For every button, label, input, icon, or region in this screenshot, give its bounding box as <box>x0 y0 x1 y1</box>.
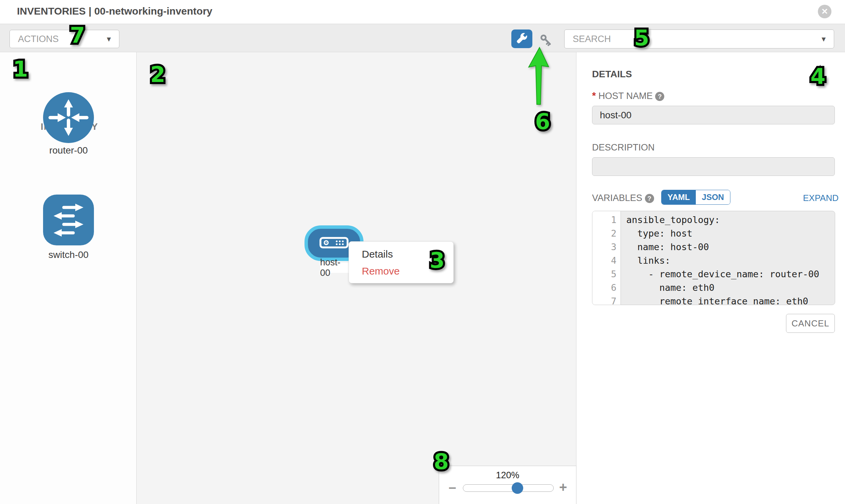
zoom-out-button[interactable]: – <box>448 480 456 494</box>
tab-yaml[interactable]: YAML <box>662 190 696 204</box>
search-dropdown-label: SEARCH <box>573 34 611 44</box>
line-number: 2 <box>592 227 616 240</box>
close-glyph: ✕ <box>821 7 828 16</box>
host-name-input[interactable]: host-00 <box>592 106 835 124</box>
zoom-slider-thumb[interactable] <box>512 482 523 494</box>
chevron-down-icon: ▾ <box>107 34 111 44</box>
help-icon[interactable]: ? <box>645 194 654 203</box>
palette-item-switch[interactable] <box>43 195 94 247</box>
required-asterisk: * <box>592 90 596 101</box>
search-dropdown[interactable]: SEARCH ▾ <box>564 30 834 49</box>
line-number: 3 <box>592 240 616 254</box>
zoom-control: 120% – + <box>439 466 577 504</box>
chevron-down-icon: ▾ <box>822 34 826 44</box>
description-input[interactable] <box>592 157 835 176</box>
close-icon[interactable]: ✕ <box>818 5 831 18</box>
editor-line-numbers: 1 2 3 4 5 6 7 <box>592 211 621 305</box>
code-line: remote_interface_name: eth0 <box>626 294 835 305</box>
palette-item-switch-label: switch-00 <box>40 250 97 260</box>
actions-dropdown-label: ACTIONS <box>18 34 59 44</box>
code-line: - remote_device_name: router-00 <box>626 267 835 281</box>
zoom-in-button[interactable]: + <box>559 480 567 494</box>
cancel-button[interactable]: CANCEL <box>786 314 835 333</box>
palette-item-router[interactable] <box>43 92 94 144</box>
router-icon <box>43 138 94 144</box>
annotation-6: 6 <box>535 111 550 132</box>
annotation-3: 3 <box>429 250 445 271</box>
host-icon <box>318 235 350 252</box>
code-line: links: <box>626 254 835 267</box>
description-label: DESCRIPTION <box>592 142 655 153</box>
zoom-slider[interactable] <box>463 484 554 492</box>
annotation-2: 2 <box>150 64 165 85</box>
host-name-label: HOST NAME <box>598 91 653 101</box>
line-number: 7 <box>592 294 616 305</box>
line-number: 5 <box>592 267 616 281</box>
variables-editor[interactable]: 1 2 3 4 5 6 7 ansible_topology: type: ho… <box>592 211 835 305</box>
code-line: name: eth0 <box>626 281 835 294</box>
code-line: name: host-00 <box>626 240 835 254</box>
page-title: INVENTORIES | 00-networking-inventory <box>17 5 212 17</box>
code-line: ansible_topology: <box>626 213 835 227</box>
annotation-7: 7 <box>70 24 85 46</box>
annotation-1: 1 <box>13 58 28 80</box>
switch-icon <box>43 241 94 247</box>
editor-code: ansible_topology: type: host name: host-… <box>621 211 835 305</box>
host-name-value: host-00 <box>600 110 631 121</box>
actions-dropdown[interactable]: ACTIONS ▾ <box>10 30 119 48</box>
code-line: type: host <box>626 227 835 240</box>
tab-json[interactable]: JSON <box>696 190 730 204</box>
header: INVENTORIES | 00-networking-inventory ✕ <box>0 0 845 24</box>
line-number: 4 <box>592 254 616 267</box>
palette-item-router-label: router-00 <box>40 145 97 156</box>
details-title: DETAILS <box>592 69 632 80</box>
host-node-label: host-00 <box>320 263 349 273</box>
annotation-5: 5 <box>634 27 649 49</box>
line-number: 1 <box>592 213 616 227</box>
zoom-level: 120% <box>439 470 576 481</box>
annotation-arrow-up-icon <box>524 43 558 109</box>
annotation-8: 8 <box>434 451 449 472</box>
annotation-4: 4 <box>810 66 826 87</box>
variables-format-toggle: YAML JSON <box>661 190 730 205</box>
line-number: 6 <box>592 281 616 294</box>
inventory-topology-app: INVENTORIES | 00-networking-inventory ✕ … <box>0 0 845 504</box>
variables-label: VARIABLES <box>592 193 642 203</box>
help-icon[interactable]: ? <box>655 92 664 101</box>
variables-label-row: VARIABLES ? <box>592 193 654 203</box>
host-name-label-row: * HOST NAME ? <box>592 90 664 101</box>
expand-link[interactable]: EXPAND <box>803 193 839 203</box>
